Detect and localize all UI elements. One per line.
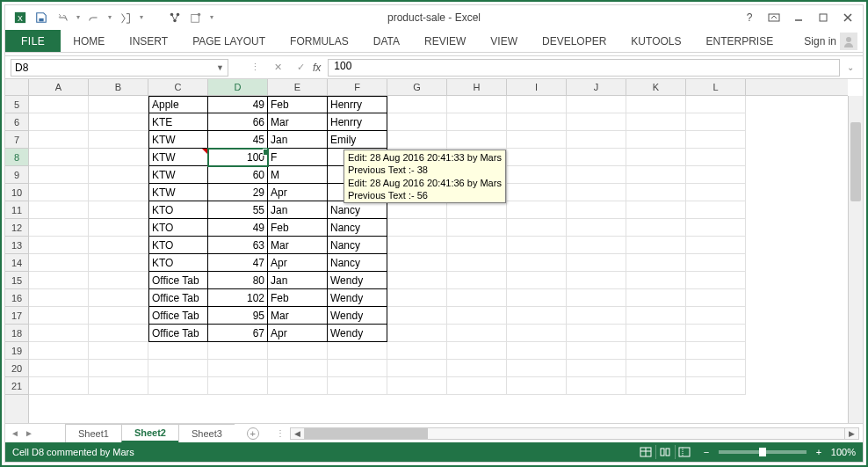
cell-C9[interactable]: KTW [148, 166, 208, 184]
cell-I10[interactable] [507, 184, 567, 201]
cell-K14[interactable] [626, 254, 686, 272]
cell-K13[interactable] [626, 237, 686, 254]
cell-L8[interactable] [686, 149, 746, 166]
cell-H13[interactable] [447, 237, 507, 254]
cell-F14[interactable]: Nancy [328, 254, 387, 272]
name-box[interactable]: D8 ▼ [11, 59, 228, 77]
cell-B13[interactable] [89, 237, 148, 254]
cell-J17[interactable] [567, 307, 626, 325]
ribbon-display-icon[interactable] [763, 9, 785, 26]
cell-D20[interactable] [208, 360, 268, 377]
cell-J14[interactable] [567, 254, 626, 272]
cell-G20[interactable] [387, 360, 447, 377]
cell-H12[interactable] [447, 219, 507, 237]
column-header-B[interactable]: B [89, 79, 148, 95]
cell-K10[interactable] [626, 184, 686, 201]
cell-E6[interactable]: Mar [268, 113, 328, 131]
cell-L7[interactable] [686, 131, 746, 149]
row-header-7[interactable]: 7 [5, 131, 28, 149]
cell-A19[interactable] [29, 342, 89, 360]
cell-L9[interactable] [686, 166, 746, 184]
cell-K6[interactable] [626, 113, 686, 131]
cell-E20[interactable] [268, 360, 328, 377]
hscroll-right-icon[interactable]: ▶ [844, 428, 858, 439]
cell-I7[interactable] [507, 131, 567, 149]
sheet-nav-prev-icon[interactable]: ◄ [9, 428, 21, 438]
cell-I6[interactable] [507, 113, 567, 131]
view-normal-icon[interactable] [636, 445, 655, 459]
cell-I9[interactable] [507, 166, 567, 184]
accept-formula-icon[interactable]: ✓ [290, 60, 311, 76]
cell-E17[interactable]: Mar [268, 307, 328, 325]
cell-L12[interactable] [686, 219, 746, 237]
cell-H7[interactable] [447, 131, 507, 149]
cell-C20[interactable] [148, 360, 208, 377]
cell-B15[interactable] [89, 272, 148, 289]
cell-J13[interactable] [567, 237, 626, 254]
cell-F6[interactable]: Henrry [328, 113, 387, 131]
cell-K9[interactable] [626, 166, 686, 184]
cell-J6[interactable] [567, 113, 626, 131]
cell-I12[interactable] [507, 219, 567, 237]
close-icon[interactable] [836, 9, 859, 26]
cell-L10[interactable] [686, 184, 746, 201]
add-sheet-button[interactable]: + [235, 424, 271, 442]
cell-B9[interactable] [89, 166, 148, 184]
cell-K7[interactable] [626, 131, 686, 149]
tab-view[interactable]: VIEW [478, 30, 530, 52]
cell-I15[interactable] [507, 272, 567, 289]
view-page-layout-icon[interactable] [655, 445, 675, 459]
cell-B12[interactable] [89, 219, 148, 237]
qat-dropdown-icon[interactable]: ▾ [137, 9, 146, 26]
cell-L13[interactable] [686, 237, 746, 254]
cell-C15[interactable]: Office Tab [148, 272, 208, 289]
cell-D14[interactable]: 47 [208, 254, 268, 272]
cell-B5[interactable] [89, 96, 148, 113]
cell-D21[interactable] [208, 377, 268, 395]
redo-icon[interactable] [84, 9, 104, 26]
cell-H21[interactable] [447, 377, 507, 395]
cell-E9[interactable]: MarM [268, 166, 328, 184]
cell-A6[interactable] [29, 113, 89, 131]
tab-enterprise[interactable]: ENTERPRISE [694, 30, 786, 52]
cell-J12[interactable] [567, 219, 626, 237]
cell-G15[interactable] [387, 272, 447, 289]
cell-B16[interactable] [89, 289, 148, 307]
row-header-18[interactable]: 18 [5, 325, 28, 342]
cell-D18[interactable]: 67 [208, 325, 268, 342]
cell-D5[interactable]: 49 [208, 96, 268, 113]
cell-H16[interactable] [447, 289, 507, 307]
cell-F13[interactable]: Nancy [328, 237, 387, 254]
undo-icon[interactable] [53, 9, 72, 26]
cell-A10[interactable] [29, 184, 89, 201]
cell-G5[interactable] [387, 96, 447, 113]
save-icon[interactable] [32, 9, 51, 26]
cell-F17[interactable]: Wendy [328, 307, 387, 325]
row-header-19[interactable]: 19 [5, 342, 28, 360]
tab-home[interactable]: HOME [61, 30, 117, 52]
cell-K21[interactable] [626, 377, 686, 395]
cell-C21[interactable] [148, 377, 208, 395]
cell-J5[interactable] [567, 96, 626, 113]
cell-J8[interactable] [567, 149, 626, 166]
column-header-F[interactable]: F [328, 79, 387, 95]
cell-E5[interactable]: Feb [268, 96, 328, 113]
cell-K20[interactable] [626, 360, 686, 377]
cell-I19[interactable] [507, 342, 567, 360]
cell-D8[interactable]: 100 [208, 149, 268, 166]
row-header-8[interactable]: 8 [5, 149, 28, 166]
cell-B10[interactable] [89, 184, 148, 201]
column-header-H[interactable]: H [447, 79, 507, 95]
cell-C16[interactable]: Office Tab [148, 289, 208, 307]
cell-H6[interactable] [447, 113, 507, 131]
cell-E19[interactable] [268, 342, 328, 360]
cell-D7[interactable]: 45 [208, 131, 268, 149]
undo-dropdown-icon[interactable]: ▾ [74, 9, 83, 26]
tab-kutools[interactable]: KUTOOLS [618, 30, 693, 52]
cell-E16[interactable]: Feb [268, 289, 328, 307]
cell-F15[interactable]: Wendy [328, 272, 387, 289]
cell-I5[interactable] [507, 96, 567, 113]
cell-C6[interactable]: KTE [148, 113, 208, 131]
cell-L11[interactable] [686, 201, 746, 219]
cell-I18[interactable] [507, 325, 567, 342]
